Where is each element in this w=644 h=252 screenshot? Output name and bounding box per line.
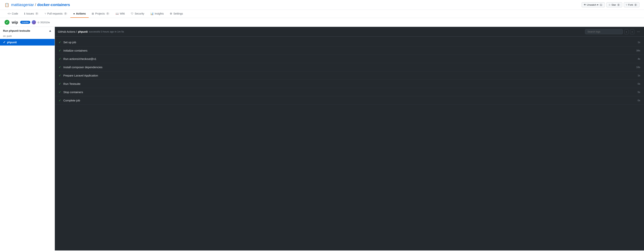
- actions-icon: ●: [73, 12, 75, 15]
- commit-hash-icon: ⊙: [38, 21, 40, 24]
- step-check-icon: ✓: [58, 49, 61, 52]
- commit-hash: ⊙ 352010e: [38, 21, 50, 24]
- log-next-button[interactable]: ›: [630, 29, 634, 34]
- log-step-left: ✓ Initialize containers: [58, 49, 88, 52]
- log-step[interactable]: ✓ Run actions/checkout@v1 4s: [55, 55, 644, 63]
- eye-icon: 👁: [584, 3, 586, 6]
- repo-separator: /: [35, 3, 36, 7]
- security-icon: 🛡: [131, 12, 134, 15]
- tab-wiki[interactable]: 📖 Wiki: [112, 10, 128, 18]
- step-name: Complete job: [63, 99, 80, 102]
- repo-icon: 📋: [4, 3, 9, 7]
- log-step-left: ✓ Prepare Laravel Application: [58, 74, 98, 77]
- unwatch-button[interactable]: 👁 Unwatch ▾ 1: [582, 2, 605, 7]
- log-step[interactable]: ✓ Initialize containers 38s: [55, 46, 644, 55]
- tab-code[interactable]: <> Code: [4, 10, 21, 18]
- projects-icon: ⊞: [92, 12, 94, 15]
- star-icon: ☆: [608, 3, 611, 6]
- log-controls: ‹ › ···: [585, 29, 641, 34]
- commit-bar: ✓ wip master ⊙ 352010e: [0, 18, 644, 27]
- step-name: Initialize containers: [63, 49, 88, 52]
- repo-actions: 👁 Unwatch ▾ 1 ☆ Star 0 ⑂ Fork 0: [582, 2, 640, 7]
- tab-issues[interactable]: ℹ Issues 0: [21, 10, 42, 18]
- step-time: 5s: [638, 91, 640, 93]
- tab-insights[interactable]: 📊 Insights: [147, 10, 167, 18]
- insights-icon: 📊: [150, 12, 154, 15]
- log-step[interactable]: ✓ Prepare Laravel Application 1s: [55, 71, 644, 80]
- wiki-icon: 📖: [116, 12, 119, 15]
- tab-projects[interactable]: ⊞ Projects 0: [89, 10, 112, 18]
- log-step-left: ✓ Run Testsuite: [58, 82, 80, 86]
- log-breadcrumb: GitHub Actions / phpunit successful 3 ho…: [58, 30, 124, 33]
- step-check-icon: ✓: [58, 74, 61, 77]
- step-name: Run actions/checkout@v1: [63, 57, 96, 60]
- log-more-button[interactable]: ···: [636, 29, 641, 34]
- sidebar-header: Run phpunit testsuite ▲: [0, 27, 55, 35]
- step-name: Stop containers: [63, 90, 83, 94]
- pr-icon: ⑂: [44, 12, 46, 15]
- sidebar-item-phpunit[interactable]: ✓ phpunit: [0, 39, 55, 45]
- log-step[interactable]: ✓ Stop containers 5s: [55, 88, 644, 96]
- step-time: 0s: [638, 82, 640, 85]
- step-name: Set up job: [63, 41, 76, 44]
- step-time: 0s: [638, 99, 640, 102]
- step-check-icon: ✓: [58, 65, 61, 69]
- sidebar: Run phpunit testsuite ▲ on: push ✓ phpun…: [0, 27, 55, 251]
- step-name: Run Testsuite: [63, 82, 80, 85]
- log-step[interactable]: ✓ Complete job 0s: [55, 96, 644, 105]
- repo-header: 📋 mattiasgeniar / docker-containers 👁 Un…: [0, 0, 644, 10]
- issues-icon: ℹ: [24, 12, 25, 15]
- log-step[interactable]: ✓ Install composer dependencies 16s: [55, 63, 644, 71]
- repo-owner-link[interactable]: mattiasgeniar: [11, 3, 34, 7]
- main-content: Run phpunit testsuite ▲ on: push ✓ phpun…: [0, 27, 644, 251]
- tab-actions[interactable]: ● Actions: [70, 10, 89, 18]
- log-step-left: ✓ Complete job: [58, 99, 80, 102]
- step-time: 4s: [638, 57, 640, 60]
- log-panel: GitHub Actions / phpunit successful 3 ho…: [55, 27, 644, 251]
- sidebar-collapse-button[interactable]: ▲: [48, 29, 52, 32]
- log-step[interactable]: ✓ Run Testsuite 0s: [55, 80, 644, 88]
- tab-pull-requests[interactable]: ⑂ Pull requests 0: [42, 10, 70, 18]
- log-prev-button[interactable]: ‹: [624, 29, 629, 34]
- step-time: 1s: [638, 41, 640, 44]
- tab-settings[interactable]: ⚙ Settings: [167, 10, 186, 18]
- avatar: [32, 20, 36, 24]
- log-step-left: ✓ Run actions/checkout@v1: [58, 57, 96, 61]
- log-step-left: ✓ Set up job: [58, 40, 76, 44]
- repo-name-link[interactable]: docker-containers: [37, 3, 70, 7]
- commit-title: wip: [12, 20, 18, 24]
- star-button[interactable]: ☆ Star 0: [606, 2, 622, 7]
- step-check-icon: ✓: [58, 40, 61, 44]
- log-steps: ✓ Set up job 1s ✓ Initialize containers …: [55, 37, 644, 251]
- settings-icon: ⚙: [170, 12, 172, 15]
- log-step-left: ✓ Install composer dependencies: [58, 65, 102, 69]
- step-time: 1s: [638, 74, 640, 77]
- step-check-icon: ✓: [58, 90, 61, 94]
- unwatch-dropdown-icon: ▾: [597, 3, 598, 6]
- commit-meta: master ⊙ 352010e: [20, 20, 50, 24]
- step-time: 38s: [636, 49, 640, 52]
- code-icon: <>: [8, 12, 10, 15]
- step-check-icon: ✓: [58, 57, 61, 61]
- log-header: GitHub Actions / phpunit successful 3 ho…: [55, 27, 644, 37]
- step-check-icon: ✓: [58, 99, 61, 102]
- check-icon: ✓: [3, 40, 6, 44]
- log-search-input[interactable]: [585, 29, 623, 34]
- nav-tabs: <> Code ℹ Issues 0 ⑂ Pull requests 0 ● A…: [0, 10, 644, 18]
- branch-badge[interactable]: master: [20, 21, 30, 24]
- tab-security[interactable]: 🛡 Security: [128, 10, 147, 18]
- repo-title: 📋 mattiasgeniar / docker-containers: [4, 3, 70, 7]
- log-step-left: ✓ Stop containers: [58, 90, 83, 94]
- step-name: Install composer dependencies: [63, 65, 102, 69]
- step-name: Prepare Laravel Application: [63, 74, 98, 77]
- step-check-icon: ✓: [58, 82, 61, 86]
- fork-button[interactable]: ⑂ Fork 0: [624, 2, 640, 7]
- fork-icon: ⑂: [626, 3, 627, 6]
- status-icon: ✓: [4, 20, 10, 25]
- log-step[interactable]: ✓ Set up job 1s: [55, 38, 644, 46]
- sidebar-trigger: on: push: [0, 35, 55, 39]
- step-time: 16s: [636, 66, 640, 69]
